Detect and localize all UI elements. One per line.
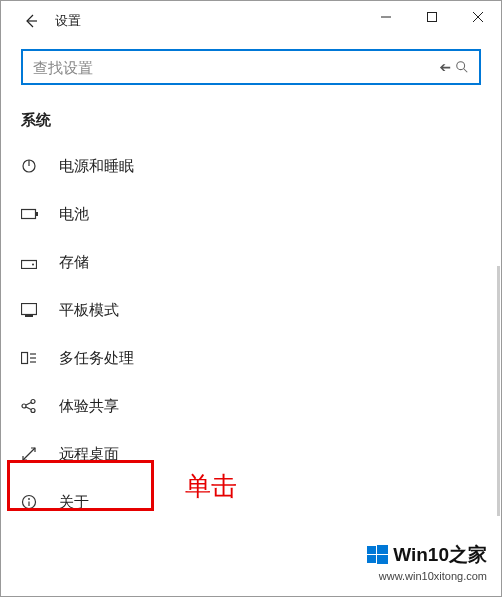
watermark: Win10之家 www.win10xitong.com: [367, 542, 487, 582]
maximize-icon: [427, 12, 437, 22]
titlebar: 设置: [1, 1, 501, 41]
svg-point-11: [32, 264, 34, 266]
power-icon: [21, 158, 45, 174]
multitask-icon: [21, 350, 45, 366]
sidebar-item-multitasking[interactable]: 多任务处理: [1, 334, 501, 382]
sidebar-item-tablet-mode[interactable]: 平板模式: [1, 286, 501, 334]
page-title: 设置: [55, 12, 81, 30]
watermark-brand: Win10之家: [393, 542, 487, 568]
search-icon: ➔︎: [439, 59, 451, 75]
svg-rect-29: [377, 555, 388, 564]
nav-label: 电源和睡眠: [59, 157, 134, 176]
nav-label: 存储: [59, 253, 89, 272]
svg-rect-28: [367, 555, 376, 563]
search-box[interactable]: ➔︎: [21, 49, 481, 85]
sidebar-item-battery[interactable]: 电池: [1, 190, 501, 238]
storage-icon: [21, 255, 45, 269]
svg-line-5: [464, 69, 468, 73]
sidebar-item-storage[interactable]: 存储: [1, 238, 501, 286]
section-header: 系统: [1, 95, 501, 142]
svg-point-18: [22, 404, 26, 408]
sidebar-item-remote-desktop[interactable]: 远程桌面: [1, 430, 501, 478]
scrollbar[interactable]: [497, 266, 500, 516]
battery-icon: [21, 208, 45, 220]
nav-list: 电源和睡眠 电池 存储 平板模式 多任务处理 体验共享 远程桌面: [1, 142, 501, 526]
close-button[interactable]: [455, 1, 501, 33]
nav-label: 平板模式: [59, 301, 119, 320]
maximize-button[interactable]: [409, 1, 455, 33]
sidebar-item-power-sleep[interactable]: 电源和睡眠: [1, 142, 501, 190]
svg-point-20: [31, 409, 35, 413]
close-icon: [473, 12, 483, 22]
windows-logo-icon: [367, 544, 389, 566]
svg-rect-13: [25, 315, 33, 317]
arrow-left-icon: [23, 13, 39, 29]
svg-point-4: [457, 62, 465, 70]
search-container: ➔︎: [1, 41, 501, 95]
svg-point-24: [28, 498, 30, 500]
svg-rect-9: [36, 212, 38, 216]
search-input[interactable]: [33, 59, 439, 76]
tablet-icon: [21, 303, 45, 317]
watermark-url: www.win10xitong.com: [367, 570, 487, 582]
nav-label: 远程桌面: [59, 445, 119, 464]
svg-rect-8: [22, 210, 36, 219]
svg-rect-14: [22, 353, 28, 364]
info-icon: [21, 494, 45, 510]
nav-label: 多任务处理: [59, 349, 134, 368]
svg-line-22: [26, 407, 31, 410]
search-icon: [455, 60, 469, 74]
nav-label: 关于: [59, 493, 89, 512]
back-button[interactable]: [13, 3, 49, 39]
svg-rect-12: [22, 304, 37, 315]
svg-rect-10: [22, 261, 37, 269]
svg-point-19: [31, 400, 35, 404]
nav-label: 体验共享: [59, 397, 119, 416]
remote-desktop-icon: [21, 446, 45, 462]
share-icon: [21, 398, 45, 414]
svg-rect-1: [428, 13, 437, 22]
nav-label: 电池: [59, 205, 89, 224]
svg-line-21: [26, 403, 31, 406]
minimize-button[interactable]: [363, 1, 409, 33]
sidebar-item-shared-experiences[interactable]: 体验共享: [1, 382, 501, 430]
window-controls: [363, 1, 501, 33]
svg-rect-27: [377, 545, 388, 554]
minimize-icon: [381, 12, 391, 22]
svg-rect-26: [367, 546, 376, 554]
sidebar-item-about[interactable]: 关于: [1, 478, 501, 526]
